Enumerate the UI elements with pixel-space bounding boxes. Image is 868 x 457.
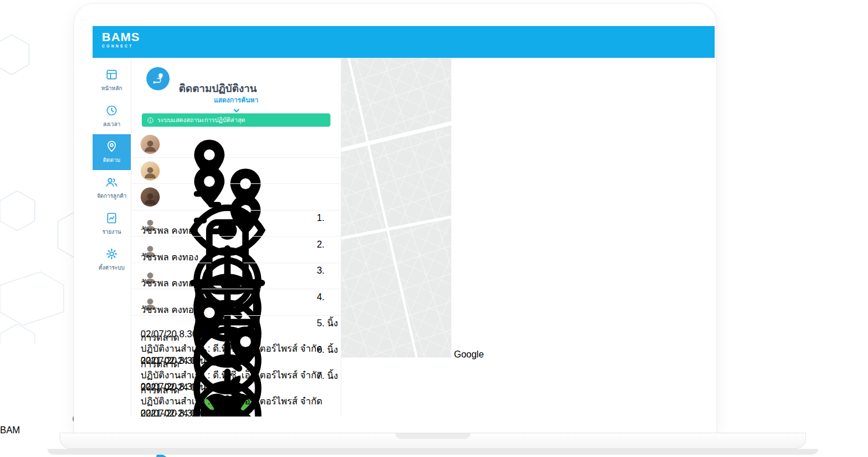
worker-row[interactable]: 7. นิ้ง การตลาด 02/07/20 8.30 น. ปฏิบัติ… <box>131 289 341 316</box>
person-icon <box>142 243 158 259</box>
topbar: BAMS CONNECT <box>93 26 715 58</box>
info-icon <box>147 117 154 124</box>
app-window: BAMS CONNECT หน้าหลักลงเวลาติดตามจัดการล… <box>93 26 715 417</box>
person-icon <box>142 138 158 153</box>
chevron-down-icon <box>233 107 239 113</box>
report-icon <box>105 212 118 224</box>
worker-row[interactable]: 6. นิ้ง การตลาด 02/07/20 8.30 น. ปฏิบัติ… <box>131 263 341 290</box>
sidebar-item-label: หน้าหลัก <box>101 84 122 93</box>
person-icon <box>142 190 158 206</box>
sidebar-item-gear[interactable]: ตั้งค่าระบบ <box>93 242 131 278</box>
avatar <box>141 267 160 286</box>
gear-icon <box>105 248 118 260</box>
worker-row[interactable]: 5. นิ้ง การตลาด 02/07/20 8.30 น. ปฏิบัติ… <box>131 237 341 263</box>
sidebar: หน้าหลักลงเวลาติดตามจัดการลูกค้ารายงานตั… <box>93 58 131 417</box>
route-icon <box>146 67 170 90</box>
laptop-mockup: BAMS CONNECT หน้าหลักลงเวลาติดตามจัดการล… <box>74 3 716 433</box>
tracking-panel: ติดตามปฏิบัติงาน แสดงการค้นหา ระบบแสดงสถ… <box>131 58 341 417</box>
worker-row[interactable]: 4. วัชรพล คงทอง 02/07/20 8.30 น. ปฏิบัติ… <box>131 211 341 237</box>
grid-icon <box>105 68 118 81</box>
sidebar-item-label: ลงเวลา <box>103 120 120 128</box>
sidebar-item-label: รายงาน <box>102 227 121 236</box>
show-search-toggle[interactable]: แสดงการค้นหา <box>131 95 341 112</box>
person-icon <box>142 270 158 285</box>
clock-icon <box>141 397 314 417</box>
avatar <box>141 240 160 259</box>
avatar <box>141 161 160 180</box>
logo-subtext: CONNECT <box>102 45 140 49</box>
sidebar-item-people[interactable]: จัดการลูกค้า <box>93 170 131 206</box>
sidebar-item-label: ติดตาม <box>103 156 120 164</box>
trackpad-notch <box>395 433 470 439</box>
people-icon <box>105 176 118 189</box>
bams-logo: BAMS CONNECT <box>102 31 140 49</box>
sidebar-item-grid[interactable]: หน้าหลัก <box>93 62 131 98</box>
sidebar-item-label: ตั้งค่าระบบ <box>99 263 125 272</box>
clock-icon <box>105 104 118 117</box>
laptop-base <box>60 433 806 449</box>
sidebar-item-label: จัดการลูกค้า <box>97 191 126 200</box>
status-banner: ระบบแสดงสถานะการปฏิบัติล่าสุด <box>142 113 330 127</box>
page-title: ติดตามปฏิบัติงาน <box>179 80 257 97</box>
person-icon <box>142 164 158 180</box>
worker-row[interactable]: 3. วัชรพล คงทอง 02/07/20 8.30 น. ปฏิบัติ… <box>131 184 341 211</box>
avatar <box>141 187 160 207</box>
person-icon <box>142 217 158 233</box>
worker-row[interactable]: 2. วัชรพล คงทอง 02/07/20 8.30 น. ปฏิบัติ… <box>131 158 341 185</box>
avatar <box>141 214 160 233</box>
pins-icon <box>141 371 314 381</box>
avatar <box>141 135 160 154</box>
worker-row[interactable]: 1. วัชรพล คงทอง 02/07/20 8.30 น. ปฏิบัติ… <box>131 131 341 158</box>
sidebar-item-report[interactable]: รายงาน <box>93 206 131 242</box>
sidebar-item-clock[interactable]: ลงเวลา <box>93 98 131 134</box>
worker-time: 02/07/20 8.30 น. <box>141 397 341 417</box>
logo-text: BAMS <box>102 30 140 43</box>
laptop-lip <box>47 449 818 455</box>
worker-list: 1. วัชรพล คงทอง 02/07/20 8.30 น. ปฏิบัติ… <box>131 131 341 316</box>
person-icon <box>142 296 158 311</box>
pin-icon <box>105 140 118 153</box>
stage: BAMS CONNECT หน้าหลักลงเวลาติดตามจัดการล… <box>0 0 868 457</box>
avatar <box>141 293 160 312</box>
google-watermark: Google <box>454 349 484 359</box>
sidebar-item-pin[interactable]: ติดตาม <box>93 134 131 170</box>
